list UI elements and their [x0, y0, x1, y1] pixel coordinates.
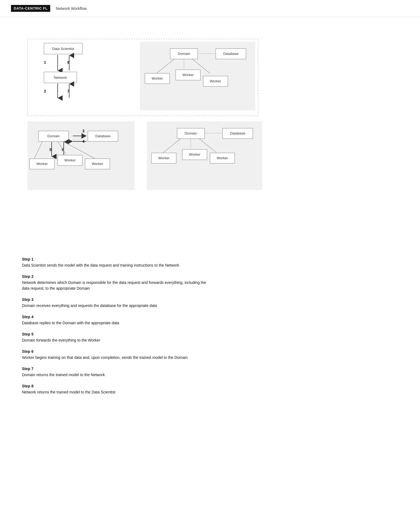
step-desc-4: Database replies to the Domain with the … [22, 320, 214, 326]
br-worker3-label: Worker [217, 156, 228, 160]
step-desc-7: Domain returns the trained model to the … [22, 372, 214, 378]
step-item-4: Step 4 Database replies to the Domain wi… [22, 315, 398, 326]
step-title-2: Step 2 [22, 274, 398, 279]
step-desc-5: Domain forwards the everything to the Wo… [22, 337, 214, 343]
step-item-7: Step 7 Domain returns the trained model … [22, 367, 398, 378]
bl-worker2-label: Worker [64, 158, 76, 162]
step-title-6: Step 6 [22, 349, 398, 354]
data-scientist-label: Data Scientist [52, 47, 74, 51]
step-item-1: Step 1 Data Scientist sends the model wi… [22, 257, 398, 268]
tr-worker3-label: Worker [210, 79, 221, 83]
tr-worker1-label: Worker [152, 76, 163, 80]
steps-section: Step 1 Data Scientist sends the model wi… [22, 257, 398, 395]
step-desc-8: Network returns the trained model to the… [22, 389, 214, 395]
tr-worker2-label: Worker [182, 73, 194, 77]
network-label: Network [54, 76, 67, 80]
bl-worker1-label: Worker [36, 162, 48, 166]
step-desc-1: Data Scientist sends the model with the … [22, 262, 214, 268]
step1-num: 1 [44, 60, 46, 65]
step-item-5: Step 5 Domain forwards the everything to… [22, 332, 398, 343]
br-worker1-label: Worker [158, 156, 170, 160]
top-right-domain-label: Domain [178, 52, 190, 56]
step-title-7: Step 7 [22, 367, 398, 371]
diagram-area: Data Scientist 1 8 Network 2 7 [22, 28, 324, 243]
step-desc-6: Worker begins training on that data and,… [22, 355, 214, 360]
top-right-database-label: Database [223, 52, 239, 56]
main-content: Data Scientist 1 8 Network 2 7 [0, 17, 420, 412]
page-title: Network Workflow [56, 6, 87, 11]
step-title-5: Step 5 [22, 332, 398, 336]
step-desc-2: Network determines which Domain is respo… [22, 280, 214, 291]
bl-database-label: Database [95, 134, 111, 138]
br-worker2-label: Worker [189, 152, 200, 156]
step-title-3: Step 3 [22, 297, 398, 302]
step-title-1: Step 1 [22, 257, 398, 261]
br-domain-label: Domain [185, 131, 197, 135]
step3-num: 3 [82, 129, 85, 133]
workflow-diagram: Data Scientist 1 8 Network 2 7 [22, 28, 324, 242]
step-item-3: Step 3 Domain receives everything and re… [22, 297, 398, 309]
brand-label: DATA-CENTRIC FL [11, 5, 50, 12]
step-item-8: Step 8 Network returns the trained model… [22, 384, 398, 395]
step-item-6: Step 6 Worker begins training on that da… [22, 349, 398, 360]
step-title-4: Step 4 [22, 315, 398, 319]
bl-worker3-label: Worker [92, 162, 103, 166]
step-desc-3: Domain receives everything and requests … [22, 303, 214, 309]
step2-num: 2 [44, 89, 46, 93]
step5-num: 5 [49, 147, 52, 152]
header: DATA-CENTRIC FL Network Workflow [0, 0, 420, 17]
step-item-2: Step 2 Network determines which Domain i… [22, 274, 398, 291]
step-title-8: Step 8 [22, 384, 398, 388]
bl-domain-label: Domain [47, 134, 60, 138]
br-database-label: Database [230, 131, 245, 135]
